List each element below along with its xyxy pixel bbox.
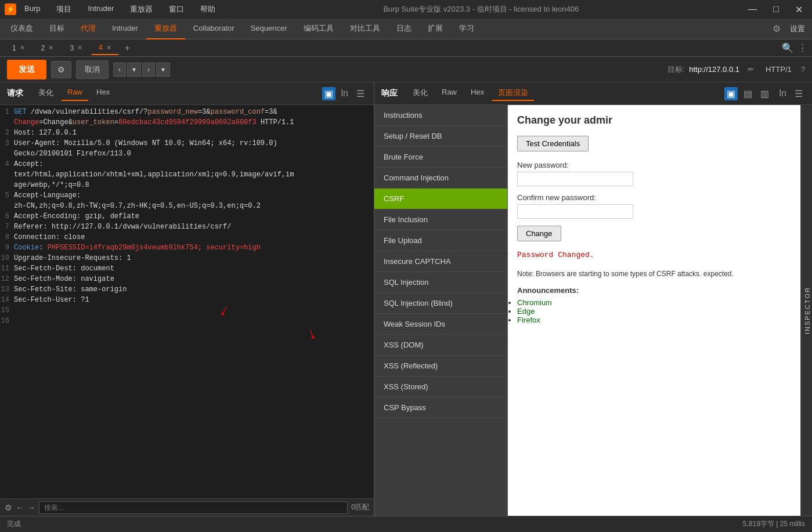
- prev-dropdown[interactable]: ▾: [127, 63, 141, 77]
- req-bottom-forward-icon[interactable]: →: [27, 503, 35, 512]
- close-tab-1-icon[interactable]: ✕: [20, 44, 25, 52]
- tab-menu-icon[interactable]: ⋮: [798, 42, 807, 53]
- close-tab-3-icon[interactable]: ✕: [77, 44, 82, 52]
- nav-item-csp-bypass[interactable]: CSP Bypass: [374, 397, 507, 418]
- resp-tab-raw[interactable]: Raw: [436, 86, 463, 101]
- nav-item-file-inclusion[interactable]: File Inclusion: [374, 209, 507, 230]
- minimize-button[interactable]: —: [743, 3, 762, 16]
- nav-item-setup[interactable]: Setup / Reset DB: [374, 126, 507, 147]
- resp-view-grid[interactable]: ▣: [724, 87, 738, 100]
- tab-learn[interactable]: 学习: [451, 19, 482, 39]
- settings-button[interactable]: ⚙: [51, 61, 71, 78]
- nav-item-sql-injection-blind[interactable]: SQL Injection (Blind): [374, 293, 507, 314]
- tab-decoder[interactable]: 编码工具: [295, 19, 342, 39]
- cancel-button[interactable]: 取消: [76, 60, 109, 79]
- tab-intruder[interactable]: Intruder: [104, 19, 146, 38]
- nav-tabs: 仪表盘 目标 代理 Intruder 重放器 Collaborator Sequ…: [0, 19, 812, 39]
- resp-view-alt[interactable]: ▥: [758, 87, 771, 100]
- close-tab-4-icon[interactable]: ✕: [106, 44, 111, 52]
- edit-target-icon[interactable]: ✏: [748, 65, 754, 74]
- code-line-5: Gecko/20100101 Firefox/113.0: [0, 149, 374, 160]
- help-icon[interactable]: ?: [801, 65, 805, 74]
- code-line-10: zh-CN,zh;q=0.8,zh-TW;q=0.7,zh-HK;q=0.5,e…: [0, 201, 374, 212]
- nav-item-insecure-captcha[interactable]: Insecure CAPTCHA: [374, 251, 507, 272]
- menu-intruder[interactable]: Intruder: [84, 2, 117, 17]
- send-button[interactable]: 发送: [7, 60, 46, 79]
- tab-sequencer[interactable]: Sequencer: [243, 19, 295, 38]
- close-button[interactable]: ✕: [791, 3, 807, 16]
- firefox-link[interactable]: Firefox: [517, 316, 540, 324]
- next-arrow[interactable]: ›: [142, 63, 155, 77]
- nav-item-xss-stored[interactable]: XSS (Stored): [374, 377, 507, 397]
- search-input[interactable]: [39, 501, 348, 514]
- request-code-area[interactable]: 1 GET /dvwa/vulnerabilities/csrf/?passwo…: [0, 105, 374, 498]
- request-tab-1[interactable]: 1 ✕: [5, 41, 33, 55]
- req-tab-hex[interactable]: Hex: [91, 86, 116, 101]
- request-tab-3[interactable]: 3 ✕: [62, 41, 90, 55]
- menu-repeater[interactable]: 重放器: [127, 2, 156, 17]
- match-count: 0匹配: [351, 502, 369, 512]
- tab-dashboard[interactable]: 仪表盘: [2, 19, 41, 39]
- req-tab-beautify[interactable]: 美化: [33, 86, 59, 101]
- nav-item-file-upload[interactable]: File Upload: [374, 230, 507, 251]
- req-bottom-back-icon[interactable]: ←: [16, 503, 24, 512]
- nav-item-sql-injection[interactable]: SQL Injection: [374, 272, 507, 293]
- tab-proxy[interactable]: 代理: [73, 19, 104, 39]
- tab-logger[interactable]: 日志: [388, 19, 420, 39]
- menu-project[interactable]: 项目: [53, 2, 75, 17]
- menu-window[interactable]: 窗口: [165, 2, 187, 17]
- tab-repeater[interactable]: 重放器: [146, 19, 185, 39]
- prev-arrow[interactable]: ‹: [113, 63, 126, 77]
- resp-icon-menu[interactable]: ☰: [792, 87, 805, 100]
- tab-target[interactable]: 目标: [41, 19, 73, 39]
- req-bottom-settings-icon[interactable]: ⚙: [5, 503, 12, 512]
- menu-help[interactable]: 帮助: [197, 2, 219, 17]
- tab-search-icon[interactable]: 🔍: [782, 42, 793, 53]
- request-panel-icons: ▣ ln ☰: [322, 87, 367, 100]
- nav-item-instructions[interactable]: Instructions: [374, 105, 507, 126]
- next-dropdown[interactable]: ▾: [156, 63, 170, 77]
- resp-tab-beautify[interactable]: 美化: [407, 86, 434, 101]
- nav-item-bruteforce[interactable]: Brute Force: [374, 147, 507, 168]
- settings-label[interactable]: 设置: [785, 24, 810, 34]
- maximize-button[interactable]: □: [768, 3, 784, 16]
- menu-burp[interactable]: Burp: [21, 2, 44, 17]
- confirm-password-input[interactable]: [517, 204, 633, 219]
- tab-comparer[interactable]: 对比工具: [342, 19, 388, 39]
- resp-tab-hex[interactable]: Hex: [465, 86, 490, 101]
- http-version[interactable]: HTTP/1: [766, 65, 792, 74]
- menu-bar: Burp 项目 Intruder 重放器 窗口 帮助: [21, 2, 219, 17]
- add-tab-button[interactable]: +: [120, 42, 135, 55]
- code-line-17: 12 Sec-Fetch-Mode: navigate: [0, 274, 374, 285]
- response-panel-icons: ▣ ▤ ▥ ln ☰: [724, 87, 805, 100]
- response-panel-tabs: 美化 Raw Hex 页面渲染: [407, 86, 534, 101]
- password-changed-message: Password Changed.: [517, 251, 791, 259]
- nav-item-weak-session[interactable]: Weak Session IDs: [374, 314, 507, 335]
- tab-collaborator[interactable]: Collaborator: [185, 19, 243, 38]
- request-tab-4[interactable]: 4 ✕: [91, 41, 119, 55]
- nav-item-xss-dom[interactable]: XSS (DOM): [374, 335, 507, 356]
- test-credentials-button[interactable]: Test Credentials: [517, 136, 589, 151]
- inspector-label: INSPECTOR: [803, 280, 812, 341]
- close-tab-2-icon[interactable]: ✕: [48, 44, 53, 52]
- status-text: 完成: [7, 519, 21, 529]
- settings-gear-icon[interactable]: ⚙: [768, 21, 785, 37]
- change-button[interactable]: Change: [517, 226, 561, 241]
- nav-item-csrf[interactable]: CSRF: [374, 189, 507, 209]
- tab-extensions[interactable]: 扩展: [420, 19, 451, 39]
- new-password-input[interactable]: [517, 172, 633, 186]
- resp-icon-ln[interactable]: ln: [777, 87, 789, 100]
- req-icon-send[interactable]: ▣: [322, 87, 335, 100]
- req-tab-raw[interactable]: Raw: [62, 86, 88, 101]
- edge-link[interactable]: Edge: [517, 307, 535, 316]
- req-icon-menu[interactable]: ☰: [354, 87, 367, 100]
- request-tab-2[interactable]: 2 ✕: [34, 41, 62, 55]
- nav-item-command-injection[interactable]: Command Injection: [374, 168, 507, 189]
- toolbar: 发送 ⚙ 取消 ‹ ▾ › ▾ 目标: http://127.0.0.1 ✏ H…: [0, 57, 812, 82]
- resp-tab-render[interactable]: 页面渲染: [492, 86, 534, 101]
- chromium-link[interactable]: Chromium: [517, 298, 552, 307]
- req-icon-ln[interactable]: ln: [339, 87, 351, 100]
- nav-item-xss-reflected[interactable]: XSS (Reflected): [374, 356, 507, 377]
- confirm-password-label: Confirm new password:: [517, 193, 791, 202]
- resp-view-list[interactable]: ▤: [741, 87, 755, 100]
